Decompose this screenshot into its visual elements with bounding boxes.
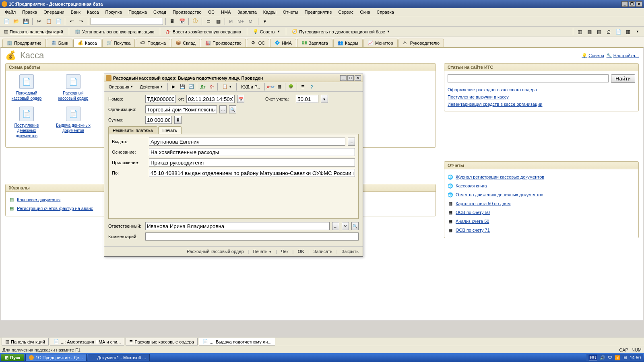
tips-link[interactable]: 💡Советы — [582, 53, 604, 58]
tab-production[interactable]: 🏭Производство — [201, 39, 246, 47]
right-icon-2[interactable]: ▦ — [585, 28, 593, 36]
menu-nma[interactable]: НМА — [219, 9, 233, 15]
menu-bank[interactable]: Банк — [68, 9, 83, 15]
schema-pko[interactable]: 📄Приходный кассовый ордер — [9, 74, 44, 101]
tray-icon-3[interactable]: 📶 — [615, 355, 620, 360]
right-icon-6[interactable]: ▥ — [624, 28, 632, 36]
journal-link-1[interactable]: Регистрация счетов-фактур на аванс — [17, 205, 93, 212]
wtab-rko-doc[interactable]: 📄...: Выдача подотчетному ли... — [199, 338, 275, 346]
responsible-select-button[interactable]: … — [332, 222, 339, 230]
refresh-icon[interactable]: 🔄 — [187, 83, 195, 91]
tab-hr[interactable]: 👥Кадры — [333, 39, 363, 47]
dialog-maximize-button[interactable]: □ — [347, 75, 354, 81]
org-select-button[interactable]: … — [219, 105, 227, 113]
calc-button[interactable]: 🖩 — [174, 116, 182, 124]
issue-to-field[interactable] — [149, 138, 345, 146]
menu-sale[interactable]: Продажа — [126, 9, 149, 15]
help-icon[interactable]: ? — [308, 83, 316, 91]
tab-warehouse[interactable]: 📦Склад — [171, 39, 200, 47]
wtab-panel[interactable]: ▥Панель функций — [2, 338, 49, 346]
account-dropdown-button[interactable]: ▾ — [321, 95, 328, 103]
tab-print[interactable]: Печать — [158, 126, 182, 134]
wtab-rko-list[interactable]: ≣Расходные кассовые ордера — [126, 338, 198, 346]
schema-money-out[interactable]: 📄Выдача денежных документов — [56, 107, 91, 138]
new-icon[interactable]: 📄 — [2, 17, 10, 25]
tab-bank[interactable]: 🏦Банк — [47, 39, 72, 47]
report-link-5[interactable]: Анализ счета 50 — [456, 218, 489, 225]
lang-indicator[interactable]: RU — [589, 355, 598, 360]
menu-service[interactable]: Сервис — [336, 9, 356, 15]
tab-sale[interactable]: 🏷Продажа — [136, 39, 170, 47]
copy-icon[interactable]: 📋 — [45, 17, 53, 25]
basedon-dropdown[interactable]: 📋▼ — [219, 83, 235, 90]
org-open-button[interactable]: 🔍 — [229, 105, 236, 113]
set-org-button[interactable]: 🏢Установить основную организацию — [73, 28, 156, 35]
journal-link-0[interactable]: Кассовые документы — [17, 196, 60, 203]
report-link-1[interactable]: Кассовая книга — [456, 182, 487, 189]
tray-icon-4[interactable]: 🖥 — [623, 355, 627, 360]
tray-icon-1[interactable]: 🔊 — [600, 355, 605, 360]
sum-field[interactable] — [145, 116, 172, 124]
menu-reports[interactable]: Отчеты — [281, 9, 301, 15]
cut-icon[interactable]: ✂ — [35, 17, 43, 25]
its-search-input[interactable] — [448, 74, 609, 82]
menu-purchase[interactable]: Покупка — [103, 9, 125, 15]
enter-operation-button[interactable]: ДтВвести хозяйственную операцию — [164, 29, 242, 35]
menu-windows[interactable]: Окна — [357, 9, 373, 15]
org-field[interactable] — [145, 105, 217, 113]
report-link-0[interactable]: Журнал регистрации кассовых документов — [456, 173, 544, 181]
comment-field[interactable] — [145, 232, 359, 241]
calendar-button[interactable]: 📅 — [237, 95, 244, 103]
responsible-clear-button[interactable]: ✕ — [342, 222, 349, 230]
actions-dropdown[interactable]: Действия▼ — [137, 83, 166, 90]
schema-rko[interactable]: 📄Расходный кассовый ордер — [56, 74, 91, 101]
footer-check-link[interactable]: Чек — [281, 249, 288, 254]
its-link-2[interactable]: Инвентаризация средств в кассе организац… — [448, 101, 635, 108]
menu-salary[interactable]: Зарплата — [235, 9, 259, 15]
tab-monitor[interactable]: 📈Монитор — [363, 39, 398, 47]
dropdown-icon[interactable]: ▾ — [261, 17, 269, 25]
account-field[interactable] — [296, 95, 318, 103]
clock[interactable]: 14:50 — [630, 355, 641, 360]
tab-purchase[interactable]: 🛒Покупка — [102, 39, 135, 47]
restore-button[interactable]: ❐ — [629, 1, 635, 7]
guide-button[interactable]: 🧭Путеводитель по демонстрационной базе▼ — [290, 28, 392, 35]
calc-icon[interactable]: 🖩 — [168, 17, 176, 25]
menu-hr[interactable]: Кадры — [261, 9, 279, 15]
date-field[interactable] — [186, 95, 235, 103]
attachment-field[interactable] — [149, 158, 355, 167]
ok-button[interactable]: OK — [297, 249, 304, 254]
search-input[interactable] — [91, 18, 163, 25]
help-icon[interactable]: ⓘ — [191, 17, 199, 25]
menu-kassa[interactable]: Касса — [85, 9, 101, 15]
calendar-icon[interactable]: 📅 — [178, 17, 186, 25]
close-button[interactable]: ✕ — [636, 1, 642, 7]
close-button[interactable]: Закрыть — [342, 249, 359, 254]
minimize-button[interactable]: _ — [621, 1, 628, 7]
menu-os[interactable]: ОС — [206, 9, 217, 15]
tab-kassa[interactable]: 💰Касса — [73, 39, 101, 47]
open-icon[interactable]: 📂 — [12, 17, 20, 25]
schema-money-in[interactable]: 📄Поступление денежных документов — [9, 107, 44, 138]
tab-manager[interactable]: ⚠Руководителю — [398, 39, 444, 47]
report-link-2[interactable]: Отчет по движению денежных документов — [456, 191, 543, 198]
right-icon-3[interactable]: ▤ — [595, 28, 603, 36]
kt-icon[interactable]: Кт — [208, 83, 216, 91]
post-icon[interactable]: ▶ — [169, 83, 178, 91]
menu-edit[interactable]: Правка — [20, 9, 39, 15]
issue-to-select-button[interactable]: … — [348, 138, 355, 146]
menu-operations[interactable]: Операции — [41, 9, 66, 15]
tree-icon[interactable]: 🌳 — [287, 83, 295, 91]
its-find-button[interactable]: Найти — [611, 74, 635, 83]
menu-file[interactable]: Файл — [2, 9, 18, 15]
menu-enterprise[interactable]: Предприятие — [302, 9, 334, 15]
tab-os[interactable]: ⚙ОС — [247, 39, 270, 47]
right-icon-4[interactable]: 🖨 — [605, 28, 613, 36]
tab-nma[interactable]: 💠НМА — [270, 39, 296, 47]
save-icon[interactable]: 💾 — [22, 17, 30, 25]
show-panel-button[interactable]: ▥Показать панель функций — [2, 28, 65, 35]
number-field[interactable] — [145, 95, 176, 103]
right-icon-1[interactable]: ▥ — [576, 28, 584, 36]
responsible-field[interactable] — [145, 222, 330, 230]
taskbar-item-1c[interactable]: 1С:Предприятие - Де... — [25, 354, 86, 361]
